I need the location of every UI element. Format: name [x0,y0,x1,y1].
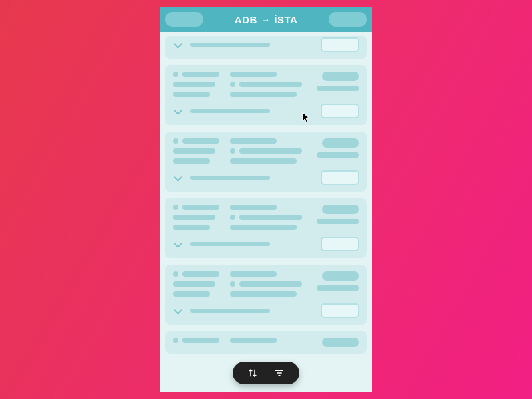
price-placeholder [322,72,359,81]
chevron-down-icon[interactable] [173,306,182,315]
results-list[interactable] [160,32,372,392]
select-button[interactable] [321,170,359,185]
departure-col [173,205,222,230]
card-body [173,138,359,164]
text-placeholder [173,225,210,230]
card-footer-text [190,43,313,47]
select-button[interactable] [321,37,359,52]
text-placeholder [173,82,215,87]
departure-col [173,271,222,297]
card-footer-text [190,109,313,113]
card-footer [173,170,359,185]
status-dot-icon [173,271,178,277]
text-placeholder [239,281,302,287]
status-dot-icon [173,205,178,210]
chevron-down-icon[interactable] [173,239,182,249]
time-placeholder [182,72,219,77]
card-footer [173,104,359,118]
price-placeholder [322,205,359,214]
select-button[interactable] [321,237,359,251]
info-col [230,271,302,297]
sort-filter-fab[interactable] [233,362,299,384]
price-col [310,72,359,91]
result-card[interactable] [165,198,367,258]
text-placeholder [230,271,277,277]
text-placeholder [317,219,359,224]
status-dot-icon [230,215,235,220]
departure-col [173,138,222,164]
text-placeholder [230,225,297,230]
route-title: ADB → İSTA [235,14,298,25]
status-dot-icon [230,148,235,154]
route-destination: İSTA [274,14,297,25]
text-placeholder [230,338,277,343]
card-footer [173,37,359,52]
price-col [310,271,359,291]
info-col [230,338,302,343]
time-placeholder [182,338,219,343]
header-left-button[interactable] [165,12,203,27]
info-col [230,138,302,164]
text-placeholder [173,281,215,287]
arrow-right-icon: → [261,15,271,25]
status-dot-icon [173,338,178,343]
price-placeholder [322,271,359,281]
text-placeholder [239,215,302,220]
text-placeholder [317,86,359,91]
text-placeholder [173,215,215,220]
card-body [173,72,359,97]
header-right-button[interactable] [329,12,367,27]
departure-col [173,72,222,97]
result-card[interactable] [165,65,367,125]
price-placeholder [322,338,359,347]
header-bar: ADB → İSTA [160,7,372,32]
card-body [173,271,359,297]
result-card[interactable] [165,36,367,59]
status-dot-icon [173,138,178,144]
text-placeholder [239,82,302,87]
text-placeholder [230,72,277,77]
text-placeholder [230,158,297,164]
sort-icon[interactable] [246,366,259,380]
status-dot-icon [173,72,178,77]
select-button[interactable] [321,104,359,118]
chevron-down-icon[interactable] [173,173,182,182]
card-footer [173,303,359,318]
result-card[interactable] [165,265,367,325]
price-col [310,138,359,158]
price-col [310,338,359,347]
card-footer [173,237,359,251]
text-placeholder [173,148,215,154]
price-col [310,205,359,224]
filter-icon[interactable] [273,366,286,380]
departure-col [173,338,222,343]
select-button[interactable] [321,303,359,318]
text-placeholder [230,92,297,97]
text-placeholder [230,291,297,297]
status-dot-icon [230,281,235,287]
route-origin: ADB [235,14,257,25]
card-footer-text [190,176,313,180]
info-col [230,72,302,97]
price-placeholder [322,138,359,148]
text-placeholder [317,285,359,291]
chevron-down-icon[interactable] [173,106,182,116]
result-card[interactable] [165,132,367,192]
time-placeholder [182,138,219,144]
time-placeholder [182,205,219,210]
result-card[interactable] [165,331,367,354]
text-placeholder [173,291,210,297]
text-placeholder [173,158,210,164]
status-dot-icon [230,82,235,87]
text-placeholder [239,148,302,154]
info-col [230,205,302,230]
app-frame: ADB → İSTA [160,7,372,392]
card-body [173,338,359,347]
text-placeholder [230,205,277,210]
text-placeholder [317,152,359,158]
card-body [173,205,359,230]
text-placeholder [173,92,210,97]
time-placeholder [182,271,219,277]
text-placeholder [230,138,277,144]
chevron-down-icon[interactable] [173,40,182,49]
